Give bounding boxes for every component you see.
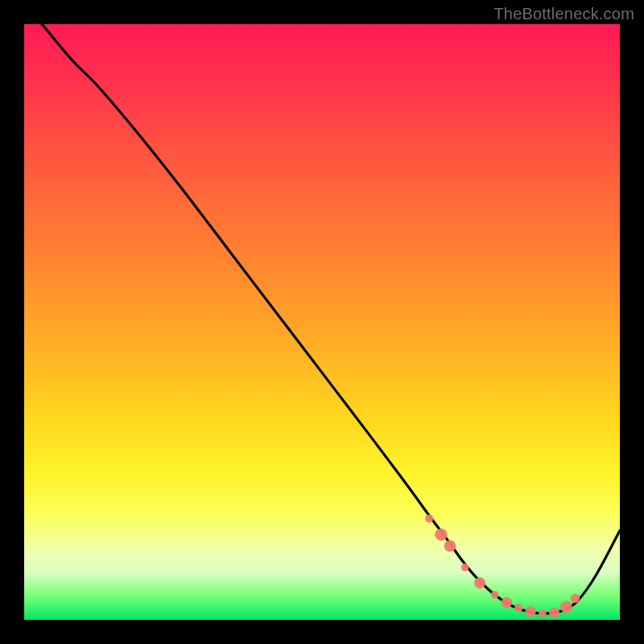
- marker-dot: [525, 606, 535, 617]
- marker-dot: [560, 601, 572, 613]
- marker-dot: [474, 577, 485, 588]
- bottleneck-curve: [42, 24, 620, 613]
- marker-dot: [461, 564, 469, 572]
- marker-group: [425, 514, 580, 617]
- marker-dot: [549, 608, 559, 618]
- marker-dot: [539, 609, 547, 617]
- plot-area: [24, 24, 620, 620]
- chart-frame: TheBottleneck.com: [0, 0, 644, 644]
- marker-dot: [571, 594, 580, 604]
- marker-dot: [435, 529, 447, 541]
- marker-dot: [425, 514, 433, 522]
- marker-dot: [491, 591, 499, 599]
- marker-dot: [502, 597, 512, 608]
- curve-svg: [24, 24, 620, 620]
- marker-dot: [514, 604, 522, 612]
- marker-dot: [444, 540, 456, 552]
- watermark-text: TheBottleneck.com: [493, 5, 634, 23]
